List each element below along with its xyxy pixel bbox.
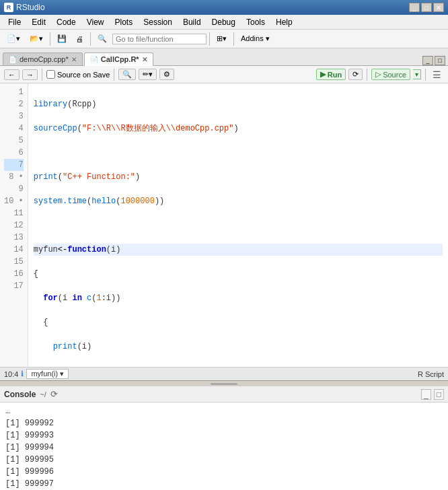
editor-toolbar: ← → Source on Save 🔍 ✏▾ ⚙ ▶ Run ⟳ ▷ Sour… — [0, 66, 448, 83]
console-line-6: [1] 999997 — [5, 478, 443, 490]
tabs-bar: 📄 demoCpp.cpp* ✕ 📄 CallCpp.R* ✕ _ □ — [0, 48, 448, 66]
workspace-layout-button[interactable]: ⊞▾ — [213, 32, 231, 45]
save-button[interactable]: 💾 — [53, 32, 71, 45]
tab-democpp-close[interactable]: ✕ — [71, 56, 77, 63]
cpp-file-icon: 📄 — [9, 56, 17, 63]
toolbar-sep-4 — [233, 32, 234, 46]
new-file-button[interactable]: 📄▾ — [3, 32, 24, 45]
ed-sep-3 — [367, 69, 367, 81]
console-line-2: [1] 999993 — [5, 429, 443, 442]
console-path: ~/ — [40, 390, 46, 398]
status-bar: 10:4 ℹ myfun(i) ▾ R Script — [0, 367, 448, 380]
splitter-handle — [211, 383, 237, 385]
nav-back-button[interactable]: ← — [4, 69, 20, 80]
console-line-5: [1] 999996 — [5, 466, 443, 478]
menu-session[interactable]: Session — [138, 16, 178, 28]
source-dropdown-button[interactable]: ▾ — [413, 69, 421, 79]
console-line-1: [1] 999992 — [5, 417, 443, 429]
func-icon: ℹ — [21, 370, 24, 378]
console-panel: Console ~/ ⟳ _ □ … [1] 999992 [1] 999993… — [0, 386, 448, 490]
search-button[interactable]: 🔍 — [118, 69, 136, 80]
source-on-save-checkbox[interactable] — [46, 70, 55, 79]
console-body[interactable]: … [1] 999992 [1] 999993 [1] 999994 [1] 9… — [0, 403, 448, 490]
search-project-button[interactable]: 🔍 — [94, 32, 111, 45]
close-button[interactable]: ✕ — [433, 3, 444, 12]
open-file-button[interactable]: 📂▾ — [26, 32, 47, 45]
console-minimize[interactable]: _ — [421, 389, 431, 400]
menu-code[interactable]: Code — [51, 16, 81, 28]
menu-view[interactable]: View — [81, 16, 110, 28]
menu-icon[interactable]: ☰ — [430, 69, 444, 80]
console-icons[interactable]: _ □ — [421, 389, 444, 400]
ed-sep-4 — [425, 69, 426, 81]
toolbar-sep-2 — [90, 32, 91, 46]
spell-button[interactable]: ✏▾ — [139, 69, 157, 80]
console-title: Console — [4, 390, 36, 399]
menu-edit[interactable]: Edit — [26, 16, 51, 28]
tab-callcppr[interactable]: 📄 CallCpp.R* ✕ — [84, 53, 153, 66]
editor-maximize[interactable]: □ — [435, 56, 445, 65]
source-button[interactable]: ▷ Source — [371, 69, 410, 80]
status-left: 10:4 ℹ myfun(i) ▾ — [4, 369, 69, 379]
editor-win-controls[interactable]: _ □ — [422, 56, 445, 65]
tab-democpp-label: demoCpp.cpp* — [20, 55, 69, 63]
console-line-3: [1] 999994 — [5, 442, 443, 454]
function-indicator[interactable]: myfun(i) ▾ — [26, 369, 69, 379]
menu-tools[interactable]: Tools — [241, 16, 270, 28]
main-toolbar: 📄▾ 📂▾ 💾 🖨 🔍 ⊞▾ Addins ▾ — [0, 30, 448, 48]
cursor-position: 10:4 — [4, 370, 18, 378]
app-title: RStudio — [16, 3, 45, 12]
tab-callcppr-label: CallCpp.R* — [101, 55, 139, 63]
file-type: R Script — [418, 370, 444, 378]
line-numbers: 1 2 3 4 5 6 7 8 • 9 10 • 11 12 13 14 15 … — [0, 83, 28, 367]
menu-debug[interactable]: Debug — [207, 16, 241, 28]
toolbar-sep-3 — [209, 32, 210, 46]
r-file-icon: 📄 — [90, 56, 98, 63]
minimize-button[interactable]: _ — [409, 3, 420, 12]
rerun-button[interactable]: ⟳ — [348, 69, 363, 80]
code-content[interactable]: library(Rcpp) sourceCpp("F:\\R\\R数据的输入\\… — [28, 83, 448, 367]
menu-help[interactable]: Help — [270, 16, 298, 28]
title-bar: R RStudio _ □ ✕ — [0, 0, 448, 15]
console-header: Console ~/ ⟳ _ □ — [0, 386, 448, 403]
editor-area[interactable]: 1 2 3 4 5 6 7 8 • 9 10 • 11 12 13 14 15 … — [0, 83, 448, 367]
console-ellipsis: … — [5, 405, 443, 417]
menu-plots[interactable]: Plots — [110, 16, 139, 28]
menu-bar: File Edit Code View Plots Session Build … — [0, 15, 448, 30]
console-refresh-icon[interactable]: ⟳ — [50, 389, 58, 399]
go-to-file-input[interactable] — [112, 34, 207, 44]
console-line-4: [1] 999995 — [5, 454, 443, 466]
run-button[interactable]: ▶ Run — [316, 69, 346, 80]
source-on-save-label[interactable]: Source on Save — [46, 70, 110, 79]
maximize-button[interactable]: □ — [421, 3, 432, 12]
menu-file[interactable]: File — [3, 16, 26, 28]
code-container: 1 2 3 4 5 6 7 8 • 9 10 • 11 12 13 14 15 … — [0, 83, 448, 367]
nav-forward-button[interactable]: → — [22, 69, 38, 80]
compile-button[interactable]: ⚙ — [159, 69, 174, 80]
console-maximize[interactable]: □ — [434, 389, 444, 400]
toolbar-sep-1 — [50, 32, 50, 46]
tab-callcppr-close[interactable]: ✕ — [142, 56, 147, 63]
addins-button[interactable]: Addins ▾ — [237, 32, 274, 45]
panel-splitter[interactable] — [0, 381, 448, 386]
source-on-save-text: Source on Save — [57, 71, 110, 79]
ed-sep-2 — [114, 69, 114, 81]
status-right: R Script — [418, 370, 444, 378]
editor-panel: 📄 demoCpp.cpp* ✕ 📄 CallCpp.R* ✕ _ □ ← → … — [0, 48, 448, 381]
app-icon: R — [4, 3, 13, 12]
menu-build[interactable]: Build — [178, 16, 207, 28]
editor-minimize[interactable]: _ — [422, 56, 433, 65]
window-controls[interactable]: _ □ ✕ — [409, 3, 444, 12]
ed-sep-1 — [42, 69, 42, 81]
tab-democpp[interactable]: 📄 demoCpp.cpp* ✕ — [3, 53, 83, 65]
print-button[interactable]: 🖨 — [72, 33, 87, 45]
